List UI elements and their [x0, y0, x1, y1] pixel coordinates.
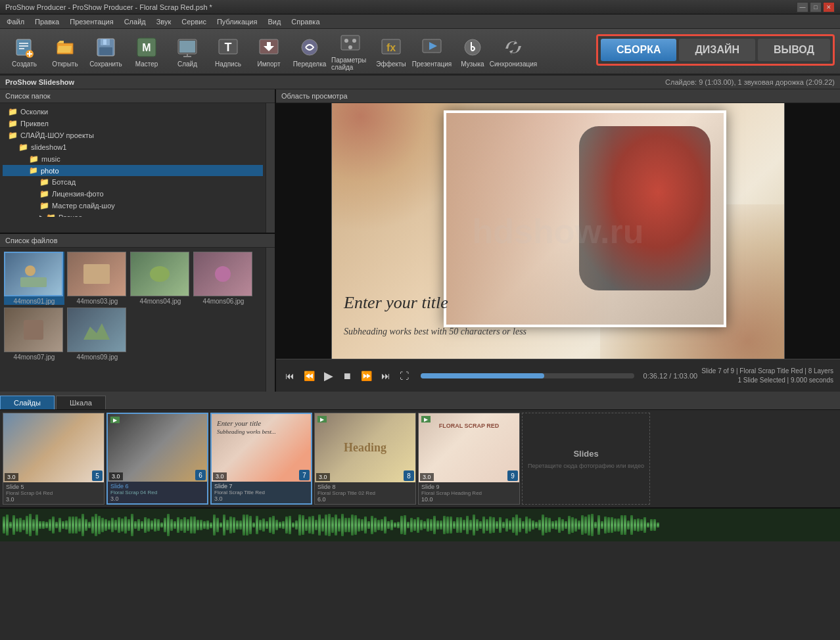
folder-item-slideshow-projects[interactable]: 📁 СЛАЙД-ШОУ проекты	[3, 129, 263, 141]
svg-rect-10	[99, 47, 112, 55]
waveform-bar	[604, 516, 607, 534]
file-item-2[interactable]: 44mons04.jpg	[130, 252, 191, 305]
waveform-bar	[584, 516, 587, 533]
folder-item-prikvel[interactable]: 📁 Приквел	[3, 118, 263, 129]
menu-service[interactable]: Сервис	[177, 16, 210, 27]
maximize-button[interactable]: □	[810, 2, 822, 12]
waveform-bar	[12, 515, 15, 536]
waveform-bar	[223, 514, 225, 536]
minimize-button[interactable]: —	[797, 2, 808, 12]
caption-button[interactable]: T Надпись	[209, 31, 247, 72]
play-button[interactable]: ▶	[321, 366, 336, 386]
folder-item-master[interactable]: 📁 Мастер слайд-шоу	[3, 200, 263, 212]
slide-item-8[interactable]: Heading ▶ 3.0 8 Slide 8 Floral Scrap Tit…	[314, 413, 416, 505]
folder-item-licenziya[interactable]: 📁 Лицензия-фото	[3, 188, 263, 200]
assembly-mode-button[interactable]: СБОРКА	[601, 39, 677, 61]
waveform-bar	[367, 521, 370, 530]
waveform-bar	[351, 514, 354, 536]
file-item-5[interactable]: 44mons09.jpg	[67, 308, 128, 361]
output-mode-button[interactable]: ВЫВОД	[758, 39, 830, 61]
folder-item-botsad[interactable]: 📁 Ботсад	[3, 176, 263, 188]
waveform-bar	[328, 514, 331, 536]
folder-scrollbar[interactable]	[266, 103, 275, 233]
close-button[interactable]: ✕	[823, 2, 835, 12]
waveform-bar	[101, 518, 104, 532]
tab-timeline[interactable]: Шкала	[56, 396, 106, 409]
file-name-2: 44mons04.jpg	[130, 298, 191, 305]
menu-file[interactable]: Файл	[3, 16, 28, 27]
tab-slides[interactable]: Слайды	[0, 396, 55, 409]
menu-presentation[interactable]: Презентация	[66, 16, 117, 27]
waveform-bar	[216, 518, 219, 533]
prev-frame-button[interactable]: ⏪	[301, 368, 317, 384]
file-item-4[interactable]: 44mons07.jpg	[4, 308, 64, 361]
folder-item-photo[interactable]: 📁 photo	[3, 165, 263, 176]
file-item-3[interactable]: 44mons06.jpg	[193, 252, 254, 305]
waveform-bar	[49, 519, 51, 531]
presentation-button[interactable]: Презентация	[413, 31, 451, 72]
file-item-1[interactable]: 44mons03.jpg	[67, 252, 128, 305]
folder-item-music[interactable]: 📁 music	[3, 153, 263, 165]
rework-button[interactable]: Переделка	[291, 31, 329, 72]
waveform-bar	[42, 521, 45, 529]
folder-tree[interactable]: 📁 Осколки 📁 Приквел 📁 СЛАЙД-ШОУ проекты …	[0, 103, 266, 217]
slide-item-9[interactable]: FLORAL SCRAP RED ▶ 3.0 9 Slide 9 Floral …	[418, 413, 520, 505]
file-scrollbar[interactable]	[266, 248, 275, 392]
progress-bar[interactable]	[421, 373, 634, 378]
add-slide-area[interactable]: Slides Перетащите сюда фотографию или ви…	[522, 413, 650, 505]
waveform-bar	[308, 516, 311, 534]
menu-help[interactable]: Справка	[287, 16, 323, 27]
svg-text:T: T	[225, 41, 232, 54]
menu-sound[interactable]: Звук	[152, 16, 175, 27]
fullscreen-button[interactable]: ⛶	[397, 368, 411, 384]
svg-point-25	[348, 45, 352, 49]
music-button[interactable]: Музыка	[454, 31, 492, 72]
waveform-bar	[144, 517, 147, 532]
open-button[interactable]: Открыть	[46, 31, 84, 72]
create-button[interactable]: Создать	[5, 31, 43, 72]
svg-rect-9	[103, 39, 106, 45]
waveform-bar	[95, 514, 97, 536]
sync-button[interactable]: Синхронизация	[494, 31, 532, 72]
waveform-bar	[275, 520, 278, 530]
save-icon	[94, 35, 118, 59]
skip-start-button[interactable]: ⏮	[283, 368, 297, 384]
svg-rect-33	[20, 277, 47, 287]
waveform-bar	[200, 520, 202, 530]
timeline-area[interactable]: 3.0 5 Slide 5 Floral Scrap 04 Red 3.0 ▶ …	[0, 410, 840, 509]
waveform-bar	[72, 516, 74, 534]
waveform-bar	[193, 516, 196, 534]
waveform-bar	[19, 518, 22, 532]
folder-item-slideshow1[interactable]: 📁 slideshow1	[3, 141, 263, 153]
stop-button[interactable]: ⏹	[340, 368, 354, 384]
waveform-bar	[502, 522, 505, 529]
preview-panel: Область просмотра hdshow.ru	[276, 89, 840, 392]
menu-publish[interactable]: Публикация	[213, 16, 261, 27]
file-item-0[interactable]: 44mons01.jpg	[4, 252, 64, 305]
menu-view[interactable]: Вид	[264, 16, 285, 27]
waveform-bar	[315, 520, 317, 530]
folder-icon: 📁	[39, 189, 49, 198]
import-button[interactable]: Импорт	[250, 31, 288, 72]
waveform-bar	[3, 516, 5, 534]
slide-item-5[interactable]: 3.0 5 Slide 5 Floral Scrap 04 Red 3.0	[3, 413, 105, 505]
master-button[interactable]: M Мастер	[128, 31, 166, 72]
save-button[interactable]: Сохранить	[87, 31, 125, 72]
slide-params-button[interactable]: Параметры слайда	[331, 31, 369, 72]
progress-fill	[421, 373, 544, 378]
menu-slide[interactable]: Слайд	[120, 16, 150, 27]
duration-badge: 3.0	[420, 473, 434, 481]
slide-item-7[interactable]: Enter your titleSubheading works best...…	[210, 413, 312, 505]
menu-edit[interactable]: Правка	[31, 16, 63, 27]
folder-item-raznoe[interactable]: ▶ 📁 Разное	[3, 212, 263, 217]
design-mode-button[interactable]: ДИЗАЙН	[679, 39, 755, 61]
next-frame-button[interactable]: ⏩	[358, 368, 375, 384]
slide-button[interactable]: Слайд	[168, 31, 206, 72]
skip-end-button[interactable]: ⏭	[379, 368, 393, 384]
effects-button[interactable]: fx Эффекты	[372, 31, 410, 72]
folder-item-oskolki[interactable]: 📁 Осколки	[3, 106, 263, 118]
folder-icon: 📁	[29, 154, 39, 164]
open-icon	[53, 35, 77, 59]
slide-item-6[interactable]: ▶ 3.0 6 Slide 6 Floral Scrap 04 Red 3.0	[106, 413, 208, 505]
waveform-bar	[98, 516, 101, 535]
